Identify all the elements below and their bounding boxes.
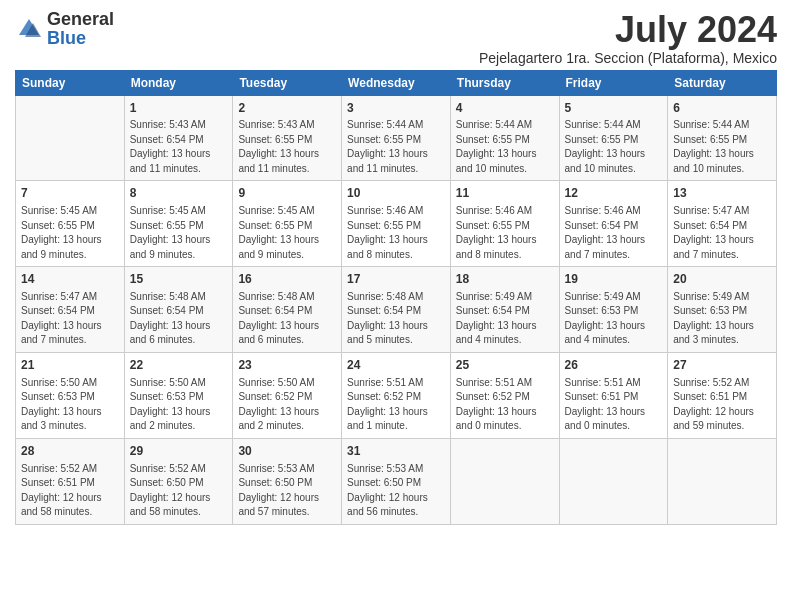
day-number: 12 <box>565 185 663 202</box>
calendar-cell: 2Sunrise: 5:43 AMSunset: 6:55 PMDaylight… <box>233 95 342 181</box>
header-cell-thursday: Thursday <box>450 70 559 95</box>
day-number: 1 <box>130 100 228 117</box>
day-number: 14 <box>21 271 119 288</box>
calendar-cell: 9Sunrise: 5:45 AMSunset: 6:55 PMDaylight… <box>233 181 342 267</box>
day-info: Sunrise: 5:50 AMSunset: 6:53 PMDaylight:… <box>21 376 119 434</box>
day-info: Sunrise: 5:47 AMSunset: 6:54 PMDaylight:… <box>21 290 119 348</box>
logo-text: General Blue <box>47 10 114 48</box>
day-number: 17 <box>347 271 445 288</box>
day-info: Sunrise: 5:53 AMSunset: 6:50 PMDaylight:… <box>238 462 336 520</box>
calendar-header: SundayMondayTuesdayWednesdayThursdayFrid… <box>16 70 777 95</box>
day-number: 5 <box>565 100 663 117</box>
day-number: 18 <box>456 271 554 288</box>
day-number: 20 <box>673 271 771 288</box>
day-info: Sunrise: 5:49 AMSunset: 6:53 PMDaylight:… <box>565 290 663 348</box>
day-info: Sunrise: 5:44 AMSunset: 6:55 PMDaylight:… <box>456 118 554 176</box>
day-number: 13 <box>673 185 771 202</box>
header-cell-wednesday: Wednesday <box>342 70 451 95</box>
main-title: July 2024 <box>479 10 777 50</box>
calendar-cell: 22Sunrise: 5:50 AMSunset: 6:53 PMDayligh… <box>124 352 233 438</box>
calendar-cell: 29Sunrise: 5:52 AMSunset: 6:50 PMDayligh… <box>124 438 233 524</box>
day-number: 7 <box>21 185 119 202</box>
calendar-cell: 26Sunrise: 5:51 AMSunset: 6:51 PMDayligh… <box>559 352 668 438</box>
day-info: Sunrise: 5:45 AMSunset: 6:55 PMDaylight:… <box>130 204 228 262</box>
logo-blue: Blue <box>47 28 86 48</box>
calendar-cell: 21Sunrise: 5:50 AMSunset: 6:53 PMDayligh… <box>16 352 125 438</box>
header-row: SundayMondayTuesdayWednesdayThursdayFrid… <box>16 70 777 95</box>
calendar-cell <box>16 95 125 181</box>
day-number: 22 <box>130 357 228 374</box>
calendar-cell: 5Sunrise: 5:44 AMSunset: 6:55 PMDaylight… <box>559 95 668 181</box>
day-info: Sunrise: 5:52 AMSunset: 6:50 PMDaylight:… <box>130 462 228 520</box>
week-row-4: 21Sunrise: 5:50 AMSunset: 6:53 PMDayligh… <box>16 352 777 438</box>
calendar-cell: 28Sunrise: 5:52 AMSunset: 6:51 PMDayligh… <box>16 438 125 524</box>
week-row-2: 7Sunrise: 5:45 AMSunset: 6:55 PMDaylight… <box>16 181 777 267</box>
day-number: 28 <box>21 443 119 460</box>
title-area: July 2024 Pejelagartero 1ra. Seccion (Pl… <box>479 10 777 66</box>
day-info: Sunrise: 5:46 AMSunset: 6:55 PMDaylight:… <box>456 204 554 262</box>
calendar-cell: 15Sunrise: 5:48 AMSunset: 6:54 PMDayligh… <box>124 267 233 353</box>
day-info: Sunrise: 5:48 AMSunset: 6:54 PMDaylight:… <box>347 290 445 348</box>
calendar-cell: 12Sunrise: 5:46 AMSunset: 6:54 PMDayligh… <box>559 181 668 267</box>
day-info: Sunrise: 5:51 AMSunset: 6:52 PMDaylight:… <box>456 376 554 434</box>
day-number: 24 <box>347 357 445 374</box>
logo: General Blue <box>15 10 114 48</box>
calendar-cell <box>559 438 668 524</box>
calendar-cell <box>450 438 559 524</box>
day-number: 31 <box>347 443 445 460</box>
day-info: Sunrise: 5:44 AMSunset: 6:55 PMDaylight:… <box>565 118 663 176</box>
calendar-cell: 25Sunrise: 5:51 AMSunset: 6:52 PMDayligh… <box>450 352 559 438</box>
day-info: Sunrise: 5:46 AMSunset: 6:55 PMDaylight:… <box>347 204 445 262</box>
day-number: 9 <box>238 185 336 202</box>
week-row-1: 1Sunrise: 5:43 AMSunset: 6:54 PMDaylight… <box>16 95 777 181</box>
day-number: 30 <box>238 443 336 460</box>
day-number: 25 <box>456 357 554 374</box>
day-info: Sunrise: 5:46 AMSunset: 6:54 PMDaylight:… <box>565 204 663 262</box>
day-number: 2 <box>238 100 336 117</box>
day-info: Sunrise: 5:48 AMSunset: 6:54 PMDaylight:… <box>130 290 228 348</box>
calendar-cell <box>668 438 777 524</box>
day-info: Sunrise: 5:47 AMSunset: 6:54 PMDaylight:… <box>673 204 771 262</box>
calendar-cell: 17Sunrise: 5:48 AMSunset: 6:54 PMDayligh… <box>342 267 451 353</box>
calendar-cell: 14Sunrise: 5:47 AMSunset: 6:54 PMDayligh… <box>16 267 125 353</box>
calendar-cell: 27Sunrise: 5:52 AMSunset: 6:51 PMDayligh… <box>668 352 777 438</box>
day-number: 4 <box>456 100 554 117</box>
calendar-cell: 4Sunrise: 5:44 AMSunset: 6:55 PMDaylight… <box>450 95 559 181</box>
day-number: 26 <box>565 357 663 374</box>
day-number: 21 <box>21 357 119 374</box>
logo-icon <box>15 15 43 43</box>
day-number: 15 <box>130 271 228 288</box>
day-number: 11 <box>456 185 554 202</box>
day-number: 19 <box>565 271 663 288</box>
calendar-cell: 24Sunrise: 5:51 AMSunset: 6:52 PMDayligh… <box>342 352 451 438</box>
calendar-cell: 19Sunrise: 5:49 AMSunset: 6:53 PMDayligh… <box>559 267 668 353</box>
header-cell-friday: Friday <box>559 70 668 95</box>
calendar-cell: 11Sunrise: 5:46 AMSunset: 6:55 PMDayligh… <box>450 181 559 267</box>
header-cell-sunday: Sunday <box>16 70 125 95</box>
header-cell-saturday: Saturday <box>668 70 777 95</box>
day-info: Sunrise: 5:49 AMSunset: 6:53 PMDaylight:… <box>673 290 771 348</box>
header-cell-tuesday: Tuesday <box>233 70 342 95</box>
subtitle: Pejelagartero 1ra. Seccion (Plataforma),… <box>479 50 777 66</box>
day-info: Sunrise: 5:52 AMSunset: 6:51 PMDaylight:… <box>673 376 771 434</box>
day-info: Sunrise: 5:50 AMSunset: 6:53 PMDaylight:… <box>130 376 228 434</box>
logo-general: General <box>47 9 114 29</box>
day-number: 27 <box>673 357 771 374</box>
calendar-cell: 23Sunrise: 5:50 AMSunset: 6:52 PMDayligh… <box>233 352 342 438</box>
calendar-cell: 1Sunrise: 5:43 AMSunset: 6:54 PMDaylight… <box>124 95 233 181</box>
calendar-cell: 20Sunrise: 5:49 AMSunset: 6:53 PMDayligh… <box>668 267 777 353</box>
calendar-cell: 13Sunrise: 5:47 AMSunset: 6:54 PMDayligh… <box>668 181 777 267</box>
header-cell-monday: Monday <box>124 70 233 95</box>
calendar-cell: 7Sunrise: 5:45 AMSunset: 6:55 PMDaylight… <box>16 181 125 267</box>
calendar-cell: 3Sunrise: 5:44 AMSunset: 6:55 PMDaylight… <box>342 95 451 181</box>
calendar-table: SundayMondayTuesdayWednesdayThursdayFrid… <box>15 70 777 525</box>
calendar-cell: 8Sunrise: 5:45 AMSunset: 6:55 PMDaylight… <box>124 181 233 267</box>
day-info: Sunrise: 5:51 AMSunset: 6:52 PMDaylight:… <box>347 376 445 434</box>
calendar-cell: 18Sunrise: 5:49 AMSunset: 6:54 PMDayligh… <box>450 267 559 353</box>
day-info: Sunrise: 5:44 AMSunset: 6:55 PMDaylight:… <box>673 118 771 176</box>
calendar-body: 1Sunrise: 5:43 AMSunset: 6:54 PMDaylight… <box>16 95 777 524</box>
calendar-cell: 30Sunrise: 5:53 AMSunset: 6:50 PMDayligh… <box>233 438 342 524</box>
day-info: Sunrise: 5:45 AMSunset: 6:55 PMDaylight:… <box>21 204 119 262</box>
calendar-cell: 31Sunrise: 5:53 AMSunset: 6:50 PMDayligh… <box>342 438 451 524</box>
day-info: Sunrise: 5:48 AMSunset: 6:54 PMDaylight:… <box>238 290 336 348</box>
